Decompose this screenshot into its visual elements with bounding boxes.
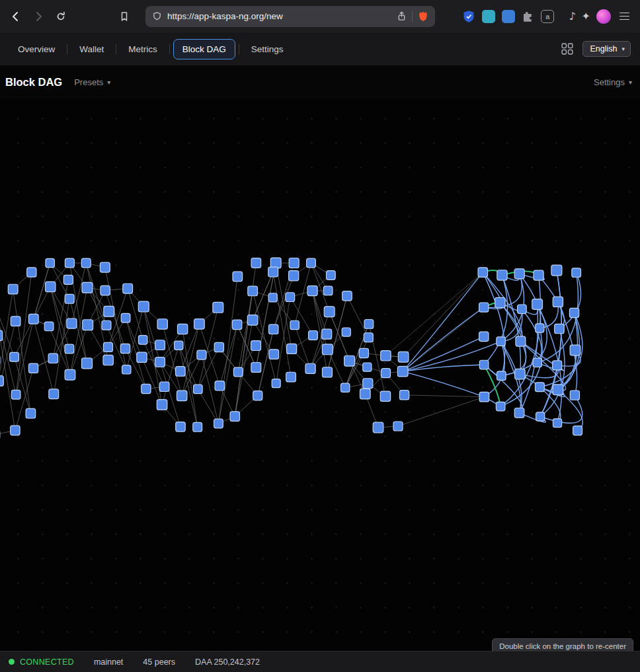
dag-block[interactable] bbox=[479, 332, 489, 341]
dag-block[interactable] bbox=[8, 284, 18, 294]
dag-block[interactable] bbox=[28, 314, 38, 324]
dag-block[interactable] bbox=[518, 305, 527, 314]
dag-block[interactable] bbox=[27, 268, 36, 277]
dag-block[interactable] bbox=[159, 382, 169, 392]
back-button[interactable] bbox=[7, 7, 25, 26]
dag-block[interactable] bbox=[532, 299, 543, 310]
tab-block-dag[interactable]: Block DAG bbox=[173, 39, 235, 59]
dag-block[interactable] bbox=[534, 270, 543, 280]
dag-block[interactable] bbox=[63, 275, 73, 284]
dag-block[interactable] bbox=[251, 363, 261, 373]
dag-block[interactable] bbox=[123, 283, 133, 293]
dag-canvas-area[interactable]: Double click on the graph to re-center bbox=[0, 99, 640, 651]
dag-block[interactable] bbox=[570, 391, 579, 400]
dag-block[interactable] bbox=[197, 350, 206, 359]
dag-block[interactable] bbox=[364, 319, 374, 328]
url-text[interactable]: https://app-kaspa-ng.org/new bbox=[167, 11, 391, 21]
dag-block[interactable] bbox=[26, 408, 36, 418]
dag-block[interactable] bbox=[214, 342, 223, 352]
dag-block[interactable] bbox=[137, 352, 147, 362]
dag-block[interactable] bbox=[103, 342, 112, 352]
dag-block[interactable] bbox=[100, 285, 110, 295]
dag-block[interactable] bbox=[11, 317, 20, 326]
dag-block[interactable] bbox=[82, 358, 93, 369]
dag-block[interactable] bbox=[572, 268, 581, 278]
dag-block[interactable] bbox=[322, 367, 332, 377]
dag-block[interactable] bbox=[324, 307, 335, 317]
dag-block[interactable] bbox=[535, 383, 544, 392]
dag-block[interactable] bbox=[10, 352, 19, 361]
dag-block[interactable] bbox=[247, 315, 258, 326]
dag-block[interactable] bbox=[46, 281, 56, 291]
dag-block[interactable] bbox=[193, 422, 202, 431]
dag-block[interactable] bbox=[573, 426, 582, 435]
forward-button[interactable] bbox=[29, 7, 48, 26]
tab-metrics[interactable]: Metrics bbox=[120, 40, 166, 59]
dag-block[interactable] bbox=[398, 352, 409, 362]
dag-block[interactable] bbox=[233, 367, 243, 377]
dag-block[interactable] bbox=[102, 320, 111, 330]
brave-shield-icon[interactable] bbox=[418, 11, 428, 22]
dag-block[interactable] bbox=[373, 422, 383, 433]
dag-block[interactable] bbox=[551, 265, 562, 276]
extension-teal-icon[interactable] bbox=[482, 10, 495, 23]
dag-block[interactable] bbox=[268, 293, 277, 302]
dag-block[interactable] bbox=[360, 389, 370, 399]
dag-block[interactable] bbox=[82, 282, 93, 293]
dag-block[interactable] bbox=[497, 337, 505, 346]
dag-block[interactable] bbox=[194, 385, 203, 394]
dag-block[interactable] bbox=[555, 324, 564, 333]
dag-block[interactable] bbox=[272, 379, 280, 388]
dag-block[interactable] bbox=[103, 355, 113, 365]
dag-block[interactable] bbox=[175, 341, 183, 350]
dag-block[interactable] bbox=[0, 330, 3, 341]
address-bar[interactable]: https://app-kaspa-ng.org/new bbox=[145, 6, 435, 27]
dag-block[interactable] bbox=[536, 324, 544, 332]
dag-block[interactable] bbox=[305, 363, 315, 373]
dag-block[interactable] bbox=[290, 320, 299, 329]
dag-block[interactable] bbox=[230, 412, 239, 421]
dag-block[interactable] bbox=[342, 328, 350, 336]
dag-block[interactable] bbox=[268, 324, 278, 334]
dag-block[interactable] bbox=[215, 381, 224, 391]
dag-block[interactable] bbox=[138, 301, 149, 312]
extension-reader-icon[interactable]: a bbox=[541, 10, 554, 23]
dag-block[interactable] bbox=[67, 318, 77, 328]
dag-block[interactable] bbox=[393, 422, 403, 431]
dag-block[interactable] bbox=[194, 319, 205, 330]
dag-block[interactable] bbox=[155, 357, 165, 367]
dag-block[interactable] bbox=[120, 344, 130, 353]
dag-block[interactable] bbox=[289, 271, 299, 281]
dag-block[interactable] bbox=[553, 361, 562, 370]
dag-block[interactable] bbox=[533, 358, 541, 367]
dag-block[interactable] bbox=[251, 258, 261, 268]
dag-block[interactable] bbox=[515, 369, 526, 379]
dag-graph[interactable] bbox=[0, 99, 640, 651]
extension-blue-icon[interactable] bbox=[502, 10, 515, 23]
dag-block[interactable] bbox=[177, 391, 186, 400]
site-settings-icon[interactable] bbox=[152, 11, 162, 21]
dag-block[interactable] bbox=[516, 336, 526, 346]
dag-block[interactable] bbox=[157, 319, 167, 329]
language-select[interactable]: English ▾ bbox=[582, 41, 631, 57]
presets-dropdown[interactable]: Presets ▾ bbox=[74, 77, 110, 87]
share-icon[interactable] bbox=[397, 11, 407, 21]
dag-block[interactable] bbox=[340, 383, 349, 392]
dag-block[interactable] bbox=[553, 385, 563, 395]
dag-block[interactable] bbox=[11, 390, 20, 399]
tab-wallet[interactable]: Wallet bbox=[71, 40, 112, 59]
dag-block[interactable] bbox=[11, 426, 20, 435]
dag-block[interactable] bbox=[65, 294, 74, 303]
profile-avatar[interactable] bbox=[596, 9, 611, 24]
extensions-puzzle-icon[interactable] bbox=[522, 10, 534, 22]
dag-block[interactable] bbox=[46, 258, 54, 267]
dag-block[interactable] bbox=[553, 297, 563, 307]
dag-block[interactable] bbox=[381, 351, 391, 361]
dag-block[interactable] bbox=[176, 422, 185, 431]
dag-block[interactable] bbox=[213, 302, 223, 313]
dag-block[interactable] bbox=[397, 366, 408, 377]
dag-block[interactable] bbox=[100, 262, 110, 272]
tab-settings[interactable]: Settings bbox=[243, 40, 292, 59]
dag-block[interactable] bbox=[286, 293, 295, 302]
dag-block[interactable] bbox=[323, 286, 333, 295]
